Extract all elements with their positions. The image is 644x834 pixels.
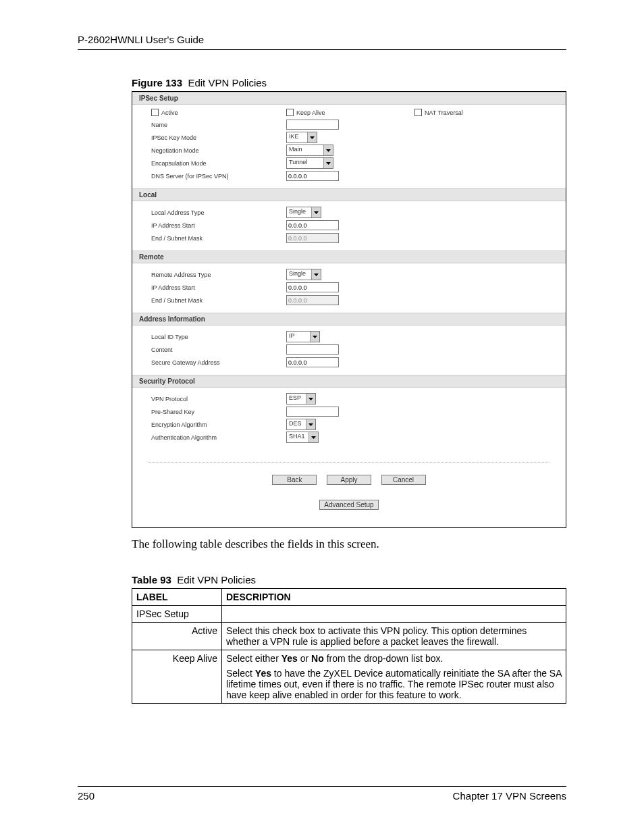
section-local-header: Local (132, 188, 566, 201)
chevron-down-icon (306, 419, 315, 429)
button-bar-advanced: Advanced Setup (132, 490, 566, 527)
text-bold: Yes (255, 668, 271, 679)
table-cell: Active (132, 623, 222, 650)
remote-subnet-label: End / Subnet Mask (151, 297, 286, 304)
local-subnet-label: End / Subnet Mask (151, 235, 286, 242)
section-addr-header: Address Information (132, 313, 566, 325)
text: or (298, 653, 311, 664)
psk-label: Pre-Shared Key (151, 409, 286, 415)
text: Select (226, 668, 255, 679)
svg-marker-2 (326, 162, 331, 165)
text: Select either (226, 653, 281, 664)
table-header-desc: DESCRIPTION (222, 589, 566, 606)
keep-alive-checkbox[interactable]: Keep Alive (286, 109, 325, 116)
local-id-type-value: IP (287, 332, 310, 342)
local-addr-type-select[interactable]: Single (286, 207, 321, 218)
table-row: Active Select this check box to activate… (132, 623, 566, 650)
text-bold: Yes (281, 653, 298, 664)
table-cell (222, 606, 566, 623)
chevron-down-icon (310, 332, 319, 342)
auth-value: SHA1 (287, 432, 308, 442)
text: to have the ZyXEL Device automatically r… (226, 668, 562, 700)
button-bar: Back Apply Cancel (149, 462, 549, 490)
svg-marker-3 (314, 211, 319, 214)
dns-input[interactable] (286, 171, 339, 181)
intro-text: The following table describes the fields… (132, 538, 566, 551)
enc-select[interactable]: DES (286, 419, 316, 430)
name-input[interactable] (286, 120, 339, 130)
chevron-down-icon (308, 432, 318, 442)
description-table: LABEL DESCRIPTION IPSec Setup Active Sel… (132, 588, 566, 704)
svg-marker-0 (310, 136, 315, 139)
section-sec-header: Security Protocol (132, 375, 566, 388)
back-button[interactable]: Back (272, 475, 317, 485)
local-ip-start-label: IP Address Start (151, 222, 286, 229)
local-addr-type-value: Single (287, 207, 311, 217)
svg-marker-6 (308, 398, 313, 400)
chevron-down-icon (306, 394, 315, 404)
figure-caption: Figure 133 Edit VPN Policies (132, 77, 566, 88)
remote-ip-start-label: IP Address Start (151, 284, 286, 291)
page-footer: 250 Chapter 17 VPN Screens (78, 786, 566, 802)
remote-subnet-input[interactable] (286, 295, 339, 305)
encap-mode-select[interactable]: Tunnel (286, 157, 333, 169)
key-mode-value: IKE (287, 132, 307, 142)
nat-traversal-checkbox[interactable]: NAT Traversal (414, 109, 463, 116)
figure-label: Figure 133 (132, 77, 182, 88)
psk-input[interactable] (286, 407, 339, 417)
local-id-type-label: Local ID Type (151, 334, 286, 340)
auth-label: Authentication Algorithm (151, 434, 286, 441)
enc-label: Encryption Algorithm (151, 421, 286, 428)
local-subnet-input[interactable] (286, 233, 339, 243)
content-label: Content (151, 346, 286, 353)
active-checkbox[interactable]: Active (151, 109, 178, 116)
key-mode-select[interactable]: IKE (286, 132, 317, 143)
figure-title-text: Edit VPN Policies (188, 77, 267, 88)
table-title-text: Edit VPN Policies (177, 574, 256, 585)
svg-marker-7 (308, 423, 313, 426)
chevron-down-icon (323, 158, 333, 168)
table-caption: Table 93 Edit VPN Policies (132, 574, 566, 585)
remote-ip-start-input[interactable] (286, 282, 339, 292)
chevron-down-icon (323, 145, 333, 155)
table-row: Keep Alive Select either Yes or No from … (132, 650, 566, 704)
text: from the drop-down list box. (324, 653, 444, 664)
local-id-type-select[interactable]: IP (286, 331, 320, 342)
key-mode-label: IPSec Key Mode (151, 134, 286, 141)
keep-alive-label: Keep Alive (296, 109, 325, 116)
table-label: Table 93 (132, 574, 171, 585)
page-number: 250 (78, 790, 95, 802)
local-ip-start-input[interactable] (286, 220, 339, 230)
advanced-setup-button[interactable]: Advanced Setup (319, 500, 378, 510)
chevron-down-icon (307, 132, 317, 142)
content-input[interactable] (286, 344, 339, 355)
cancel-button[interactable]: Cancel (381, 475, 426, 485)
encap-mode-value: Tunnel (287, 158, 323, 168)
name-label: Name (151, 122, 286, 128)
table-cell: Keep Alive (132, 650, 222, 704)
dns-label: DNS Server (for IPSec VPN) (151, 173, 286, 180)
svg-marker-5 (313, 336, 317, 338)
neg-mode-value: Main (287, 145, 323, 155)
table-cell: IPSec Setup (132, 606, 222, 623)
neg-mode-label: Negotiation Mode (151, 147, 286, 154)
vpn-proto-select[interactable]: ESP (286, 393, 316, 405)
figure-screenshot: IPSec Setup Active Keep Alive NAT Traver… (132, 91, 566, 528)
svg-marker-8 (311, 436, 316, 439)
svg-marker-4 (314, 273, 319, 276)
neg-mode-select[interactable]: Main (286, 145, 333, 156)
enc-value: DES (287, 419, 306, 429)
table-row: IPSec Setup (132, 606, 566, 623)
auth-select[interactable]: SHA1 (286, 432, 319, 443)
section-ipsec-header: IPSec Setup (132, 92, 566, 105)
doc-header: P-2602HWNLI User's Guide (78, 34, 566, 50)
nat-traversal-label: NAT Traversal (425, 109, 463, 116)
apply-button[interactable]: Apply (327, 475, 371, 485)
remote-addr-type-select[interactable]: Single (286, 269, 321, 280)
text-bold: No (311, 653, 324, 664)
active-label: Active (161, 109, 178, 116)
svg-marker-1 (326, 149, 331, 152)
remote-addr-type-value: Single (287, 269, 311, 280)
sgw-input[interactable] (286, 357, 339, 367)
chevron-down-icon (311, 269, 321, 280)
